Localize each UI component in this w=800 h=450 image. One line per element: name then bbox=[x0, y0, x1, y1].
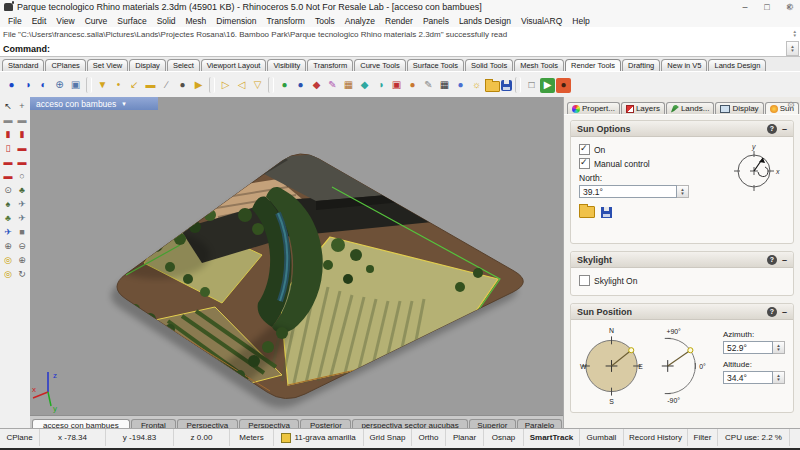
linear-light-icon[interactable]: ∕ bbox=[159, 78, 174, 93]
maximize-button[interactable]: □ bbox=[756, 0, 778, 14]
environment-editor-icon[interactable]: ◆ bbox=[357, 78, 372, 93]
azimuth-spinner[interactable]: ▲▼ bbox=[773, 341, 785, 354]
toolbar-tab[interactable]: Solid Tools bbox=[465, 59, 513, 71]
grid-snap-toggle[interactable]: Grid Snap bbox=[364, 429, 412, 446]
sun-on-checkbox[interactable] bbox=[579, 144, 590, 155]
lights-on-layer-icon[interactable]: ▷ bbox=[218, 78, 233, 93]
car-side4-icon[interactable]: ▬ bbox=[1, 169, 15, 183]
sun-toggle-icon[interactable]: ● bbox=[175, 78, 190, 93]
directional-light-icon[interactable]: ↙ bbox=[127, 78, 142, 93]
menu-item[interactable]: File bbox=[3, 16, 27, 26]
circle-tool-icon[interactable]: ○ bbox=[15, 169, 29, 183]
separator[interactable] bbox=[268, 77, 274, 93]
menu-item[interactable]: Dimension bbox=[211, 16, 261, 26]
render-settings-icon[interactable]: ▣ bbox=[68, 78, 83, 93]
vehicle-gray-icon[interactable]: ▬ bbox=[1, 113, 15, 127]
tram-icon[interactable]: ▯ bbox=[1, 141, 15, 155]
toolbar-tab[interactable]: Curve Tools bbox=[354, 59, 405, 71]
toolbar-tab[interactable]: Standard bbox=[2, 59, 44, 71]
zoom-in-icon[interactable]: ⊕ bbox=[1, 239, 15, 253]
toolbar-tab[interactable]: CPlanes bbox=[45, 59, 85, 71]
north-compass-widget[interactable]: y x bbox=[727, 141, 783, 197]
render-open-icon[interactable]: ▣ bbox=[389, 78, 404, 93]
eraser-icon[interactable]: ✎ bbox=[421, 78, 436, 93]
viewport-pane-icon[interactable]: □ bbox=[524, 78, 539, 93]
crosshair-icon[interactable]: ⊕ bbox=[15, 253, 29, 267]
material-blue-icon[interactable]: ● bbox=[293, 78, 308, 93]
separator[interactable] bbox=[515, 77, 521, 93]
pan-view-icon[interactable]: + bbox=[15, 99, 29, 113]
menu-item[interactable]: Transform bbox=[261, 16, 309, 26]
view-cube-icon[interactable]: ■ bbox=[15, 225, 29, 239]
azimuth-compass-widget[interactable]: N S W E bbox=[579, 324, 644, 406]
panel-gear-icon[interactable]: ⚙ bbox=[787, 100, 795, 110]
altitude-spinner[interactable]: ▲▼ bbox=[773, 371, 785, 384]
gumball-toggle[interactable]: Gumball bbox=[580, 429, 624, 446]
save-sun-settings-icon[interactable] bbox=[601, 207, 612, 218]
collapse-icon[interactable]: – bbox=[782, 309, 787, 315]
azimuth-input[interactable]: 52.9° bbox=[723, 341, 773, 354]
play-animation-icon[interactable]: ▶ bbox=[540, 78, 555, 93]
menu-item[interactable]: Solid bbox=[152, 16, 181, 26]
car-front-icon[interactable]: ▮ bbox=[1, 127, 15, 141]
north-input[interactable]: 39.1° bbox=[579, 185, 677, 198]
toolbar-tab[interactable]: Select bbox=[167, 59, 200, 71]
units-pane[interactable]: Meters bbox=[230, 429, 274, 446]
rotate-view-icon[interactable]: ↻ bbox=[15, 267, 29, 281]
model-render[interactable]: z x y bbox=[30, 97, 563, 415]
skylight-ellipse-icon[interactable]: ● bbox=[453, 78, 468, 93]
car-side2-icon[interactable]: ▬ bbox=[1, 155, 15, 169]
select-pointer-icon[interactable]: ↖ bbox=[1, 99, 15, 113]
command-input[interactable] bbox=[50, 42, 786, 56]
environment-globe-icon[interactable]: ⊕ bbox=[52, 78, 67, 93]
car-side3-icon[interactable]: ▬ bbox=[15, 155, 29, 169]
menu-item[interactable]: View bbox=[51, 16, 79, 26]
menu-item[interactable]: Lands Design bbox=[454, 16, 516, 26]
menu-item[interactable]: Curve bbox=[80, 16, 113, 26]
spotlight-icon[interactable]: ▼ bbox=[95, 78, 110, 93]
toolbar-tab[interactable]: Drafting bbox=[622, 59, 660, 71]
checker-background-icon[interactable]: ▦ bbox=[437, 78, 452, 93]
smarttrack-toggle[interactable]: SmartTrack bbox=[524, 429, 580, 446]
vehicle-pair-icon[interactable]: ▬ bbox=[15, 113, 29, 127]
tree-symbol-icon[interactable]: ♠ bbox=[1, 197, 15, 211]
menu-item[interactable]: Render bbox=[380, 16, 418, 26]
viewport-title[interactable]: acceso con bambues ▾ bbox=[30, 97, 158, 110]
plane-blue-icon[interactable]: ✈ bbox=[1, 225, 15, 239]
toolbar-tab[interactable]: Display bbox=[129, 59, 166, 71]
help-icon[interactable]: ? bbox=[767, 255, 777, 265]
tab-properties[interactable]: Propert... bbox=[567, 102, 620, 114]
manual-control-checkbox[interactable] bbox=[579, 158, 590, 169]
menu-item[interactable]: Edit bbox=[27, 16, 52, 26]
plane-side-icon[interactable]: ✈ bbox=[15, 211, 29, 225]
layer-pane[interactable]: 11-grava amarilla bbox=[274, 429, 364, 446]
render-window-icon[interactable]: ◐ bbox=[36, 78, 51, 93]
lights-toggle-icon[interactable]: ◁ bbox=[234, 78, 249, 93]
collapse-icon[interactable]: – bbox=[782, 126, 787, 132]
toolbar-tab[interactable]: Lands Design bbox=[708, 59, 766, 71]
record-history-toggle[interactable]: Record History bbox=[624, 429, 688, 446]
toolbar-tab[interactable]: Transform bbox=[307, 59, 353, 71]
skylight-on-checkbox[interactable] bbox=[579, 275, 590, 286]
separator[interactable] bbox=[86, 77, 92, 93]
menu-item[interactable]: Analyze bbox=[340, 16, 380, 26]
viewport-title-dropdown-icon[interactable]: ▾ bbox=[122, 100, 126, 108]
toolbar-tab[interactable]: Render Tools bbox=[565, 59, 621, 71]
filter-pane[interactable]: Filter bbox=[688, 429, 718, 446]
toolbar-tab[interactable]: Set View bbox=[87, 59, 128, 71]
bulb-icon[interactable]: ☼ bbox=[469, 78, 484, 93]
lights-panel-icon[interactable]: ▽ bbox=[250, 78, 265, 93]
menu-item[interactable]: Mesh bbox=[181, 16, 212, 26]
ground-plane-icon[interactable]: ◑ bbox=[373, 78, 388, 93]
tab-layers[interactable]: Layers bbox=[621, 102, 665, 114]
open-sun-settings-icon[interactable] bbox=[579, 206, 595, 218]
bus-icon[interactable]: ▮ bbox=[15, 127, 29, 141]
select-materials-icon[interactable]: ◆ bbox=[309, 78, 324, 93]
north-spinner[interactable]: ▲▼ bbox=[677, 185, 689, 198]
render-icon[interactable]: ● bbox=[4, 78, 19, 93]
material-editor-icon[interactable]: ✎ bbox=[325, 78, 340, 93]
menu-item[interactable]: Help bbox=[567, 16, 594, 26]
menu-item[interactable]: Surface bbox=[112, 16, 151, 26]
minimize-button[interactable]: – bbox=[734, 0, 756, 14]
menu-item[interactable]: Panels bbox=[418, 16, 454, 26]
